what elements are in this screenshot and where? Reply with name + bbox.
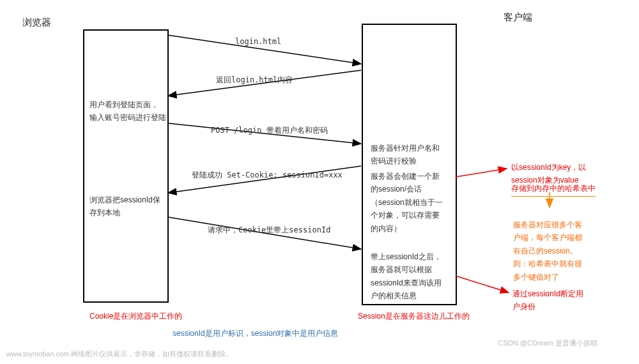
hash-note2: 存储到内存中的哈希表中: [511, 182, 596, 197]
sessionid-note: sessionId是用户标识，session对象中是用户信息: [173, 327, 338, 340]
label-req2: POST /login 带着用户名和密码: [211, 125, 328, 136]
arrow-hash: [456, 169, 507, 177]
arrow-verify: [456, 276, 509, 292]
session-note: Session是在服务器这边儿工作的: [358, 310, 470, 322]
watermark-left: www.toymoban.com 网络图片仅供展示，非存储，如有侵权请联系删除。: [6, 349, 233, 359]
label-req3: 请求中，Cookie里带上sessionId: [208, 225, 330, 236]
diagram-container: 浏览器 客户端 用户看到登陆页面， 输入账号密码进行登陆 浏览器把session…: [0, 0, 639, 364]
label-resp2: 登陆成功 Set-Cookie: sessionId=xxx: [192, 170, 343, 181]
cookie-note: Cookie是在浏览器中工作的: [89, 310, 182, 322]
verify-note: 通过sessionId断定用 户身份: [512, 287, 583, 314]
label-resp1: 返回login.html内容: [216, 75, 293, 86]
label-req1: login.html: [235, 37, 281, 46]
multi-client-note: 服务器对应很多个客 户端，每个客户端都 有自己的session。 则：哈希表中就…: [513, 218, 582, 284]
watermark-right: CSDN @CDream 是普通小孩耶: [498, 338, 597, 348]
